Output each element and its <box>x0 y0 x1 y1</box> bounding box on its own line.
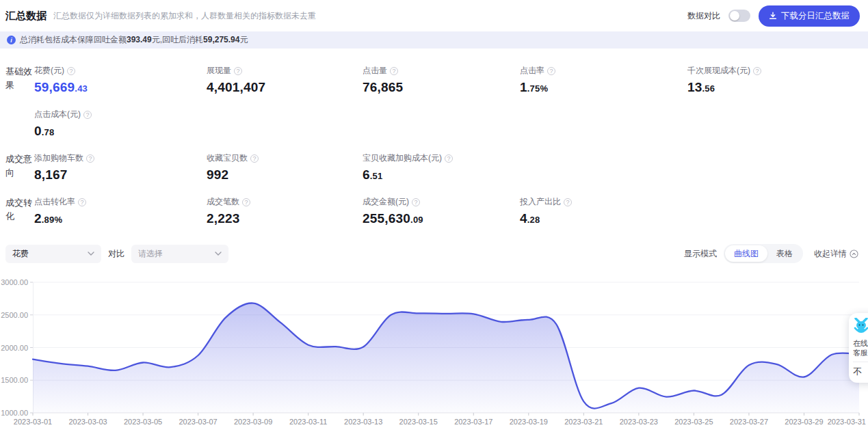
x-axis-tick-label: 2023-03-25 <box>674 418 713 426</box>
y-axis-tick-label: 2500.00 <box>1 311 28 319</box>
mascot-icon <box>853 318 868 336</box>
x-axis-tick-label: 2023-03-17 <box>454 418 492 426</box>
section-label: 成交转化 <box>0 196 34 240</box>
help-icon[interactable]: ? <box>564 198 572 206</box>
collapse-details-button[interactable]: 收起详情 <box>814 248 858 260</box>
customer-service-label: 在线客服 <box>853 338 868 357</box>
metric-label: 点击率 <box>520 65 544 77</box>
download-button-label: 下载分日汇总数据 <box>781 10 850 22</box>
metric-value: 59,669.43 <box>34 80 207 95</box>
metric-value: 76,865 <box>363 80 520 95</box>
x-axis-tick-label: 2023-03-23 <box>620 418 658 426</box>
metric-value: 992 <box>207 167 363 182</box>
metric-card: 点击量?76,865 <box>363 65 520 95</box>
help-icon[interactable]: ? <box>242 198 250 206</box>
metric-row: 添加购物车数?8,167收藏宝贝数?992宝贝收藏加购成本(元)?6.51 <box>34 152 868 196</box>
metric-label: 成交笔数 <box>207 196 239 208</box>
metric-label: 投入产出比 <box>520 196 561 208</box>
y-axis-tick-label: 2000.00 <box>1 344 28 352</box>
help-icon[interactable]: ? <box>390 67 398 75</box>
help-icon[interactable]: ? <box>234 67 242 75</box>
help-icon[interactable]: ? <box>753 67 761 75</box>
mode-line-chart[interactable]: 曲线图 <box>725 245 767 262</box>
metric-card: 添加购物车数?8,167 <box>34 152 207 182</box>
metric-value: 4.28 <box>520 211 687 226</box>
x-axis-tick-label: 2023-03-21 <box>564 418 603 426</box>
metric-label: 点击成本(元) <box>34 109 81 120</box>
metric-value: 4,401,407 <box>207 80 363 95</box>
collapse-details-label: 收起详情 <box>814 248 847 260</box>
help-icon[interactable]: ? <box>412 198 420 206</box>
metric-label: 千次展现成本(元) <box>687 65 750 77</box>
metric-card: 收藏宝贝数?992 <box>207 152 363 182</box>
chart-toolbar: 花费 对比 请选择 显示模式 曲线图 表格 收起详情 <box>0 240 868 265</box>
download-daily-summary-button[interactable]: 下载分日汇总数据 <box>759 5 860 27</box>
x-axis-tick-label: 2023-03-19 <box>510 418 548 426</box>
help-icon[interactable]: ? <box>83 111 92 119</box>
widget-more-label[interactable]: 不 <box>853 366 868 378</box>
area-fill <box>33 303 859 413</box>
metric-card: 投入产出比?4.28 <box>520 196 687 226</box>
mode-table[interactable]: 表格 <box>767 245 802 262</box>
info-icon: i <box>7 36 16 44</box>
help-icon[interactable]: ? <box>547 67 555 75</box>
chevron-up-circle-icon <box>850 249 858 258</box>
y-axis-tick-label: 1500.00 <box>1 376 28 384</box>
metric-section: 成交转化点击转化率?2.89%成交笔数?2,223成交金额(元)?255,630… <box>0 196 868 240</box>
x-axis-tick-label: 2023-03-13 <box>344 418 382 426</box>
metric-card: 点击率?1.75% <box>520 65 687 95</box>
x-axis-tick-label: 2023-03-15 <box>399 418 438 426</box>
x-axis-tick-label: 2023-03-07 <box>179 418 217 426</box>
x-axis-tick-label: 2023-03-09 <box>234 418 272 426</box>
metric-card: 成交金额(元)?255,630.09 <box>363 196 520 226</box>
metric-label: 点击量 <box>363 65 387 77</box>
help-icon[interactable]: ? <box>86 154 94 163</box>
metric-value: 13.56 <box>687 80 868 95</box>
metric-label: 宝贝收藏加购成本(元) <box>363 152 442 164</box>
chevron-down-icon <box>215 252 222 256</box>
toggle-knob <box>730 11 739 21</box>
help-icon[interactable]: ? <box>250 154 259 163</box>
metric-label: 成交金额(元) <box>363 196 409 208</box>
y-axis-tick-label: 1000.00 <box>1 409 28 417</box>
summary-metrics: 基础效果花费(元)?59,669.43展现量?4,401,407点击量?76,8… <box>0 49 868 240</box>
metric-value: 1.75% <box>520 80 687 95</box>
spend-trend-chart[interactable]: 1000.001500.002000.002500.003000.002023-… <box>0 273 868 434</box>
download-icon <box>769 12 777 20</box>
metric-label: 花费(元) <box>34 65 64 77</box>
data-compare-toggle[interactable] <box>728 10 750 22</box>
chevron-down-icon <box>88 252 94 256</box>
metric-card: 千次展现成本(元)?13.56 <box>687 65 868 95</box>
display-mode-label: 显示模式 <box>684 248 717 260</box>
metric-row: 点击成本(元)?0.78 <box>34 109 868 152</box>
customer-service-widget[interactable]: 在线客服 不 <box>849 313 868 383</box>
metric-label: 收藏宝贝数 <box>207 152 248 164</box>
metric-label: 添加购物车数 <box>34 152 83 164</box>
metric-value: 255,630.09 <box>363 211 520 226</box>
x-axis-tick-label: 2023-03-11 <box>289 418 327 426</box>
metric-value: 0.78 <box>34 124 207 139</box>
metric-card: 展现量?4,401,407 <box>207 65 363 95</box>
help-icon[interactable]: ? <box>67 67 75 75</box>
metric-value: 2.89% <box>34 211 207 226</box>
metric-label: 展现量 <box>207 65 231 77</box>
metric-select[interactable]: 花费 <box>5 245 101 263</box>
y-axis-tick-label: 3000.00 <box>1 278 28 286</box>
help-icon[interactable]: ? <box>78 198 86 206</box>
help-icon[interactable]: ? <box>445 154 453 163</box>
compare-label: 对比 <box>108 248 124 260</box>
x-axis-tick-label: 2023-03-01 <box>14 418 52 426</box>
x-axis-tick-label: 2023-03-05 <box>124 418 162 426</box>
compare-select[interactable]: 请选择 <box>131 245 228 263</box>
x-axis-tick-label: 2023-03-27 <box>730 418 768 426</box>
metric-section: 成交意向添加购物车数?8,167收藏宝贝数?992宝贝收藏加购成本(元)?6.5… <box>0 152 868 196</box>
data-compare-label: 数据对比 <box>687 10 720 22</box>
header: 汇总数据 汇总数据仅为详细数据列表的累加求和，人群数量相关的指标数据未去重 数据… <box>0 0 868 31</box>
x-axis-tick-label: 2023-03-29 <box>785 418 823 426</box>
metric-card: 成交笔数?2,223 <box>207 196 363 226</box>
section-label: 基础效果 <box>0 65 34 152</box>
x-axis-tick-label: 2023-03-31 <box>828 418 866 426</box>
metric-row: 花费(元)?59,669.43展现量?4,401,407点击量?76,865点击… <box>34 65 868 109</box>
metric-label: 点击转化率 <box>34 196 75 208</box>
display-mode-segmented-control: 曲线图 表格 <box>724 244 803 263</box>
